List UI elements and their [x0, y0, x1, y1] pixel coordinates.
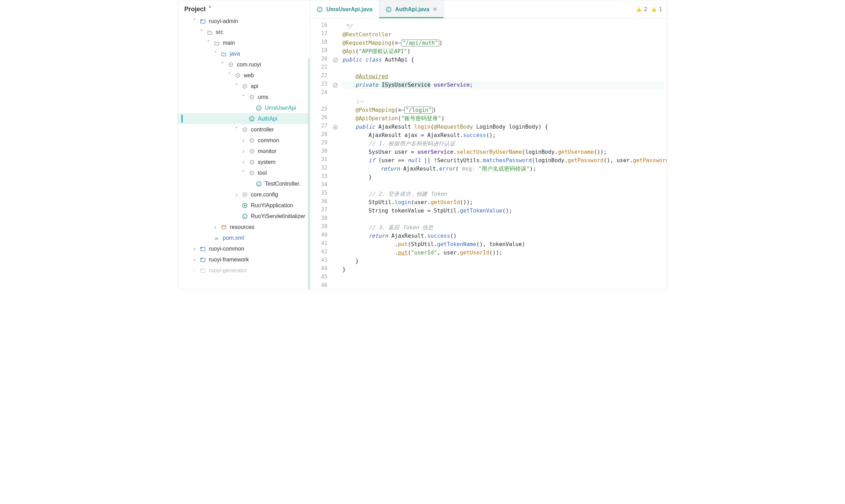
chevron-right-icon[interactable]: ›: [192, 243, 197, 254]
tree-row[interactable]: ›resources: [178, 222, 310, 232]
code-editor[interactable]: */@RestController@RequestMapping(⊕⋯"/api…: [340, 19, 667, 289]
tree-row[interactable]: ˅tool: [178, 167, 310, 178]
code-line[interactable]: String tokenValue = StpUtil.getTokenValu…: [342, 207, 664, 215]
line-number[interactable]: 30: [310, 148, 327, 156]
code-line[interactable]: public AjaxResult login(@RequestBody Log…: [342, 123, 664, 131]
chevron-down-icon[interactable]: ˅: [206, 37, 211, 48]
code-line[interactable]: if (user == null || !SecurityUtils.match…: [342, 156, 664, 165]
chevron-down-icon[interactable]: ˅: [241, 167, 246, 178]
code-line[interactable]: @Api("APP授权认证API"): [342, 47, 664, 56]
tree-row[interactable]: mpom.xml: [178, 232, 310, 243]
tree-row[interactable]: CRuoYiServletInitializer: [178, 211, 310, 222]
code-line[interactable]: private ISysUserService userService;: [342, 81, 664, 89]
tree-row[interactable]: ›system: [178, 157, 310, 167]
code-line[interactable]: @RestController: [342, 30, 664, 39]
line-number[interactable]: 32: [310, 165, 327, 173]
tree-row[interactable]: ˅main: [178, 37, 310, 48]
tree-row[interactable]: ˅com.ruoyi: [178, 59, 310, 70]
chevron-down-icon[interactable]: ˅: [234, 81, 239, 92]
code-line[interactable]: }: [342, 173, 664, 181]
line-number[interactable]: 27: [310, 123, 327, 131]
project-header[interactable]: Project ˅: [178, 0, 310, 16]
code-line[interactable]: [342, 274, 664, 282]
code-line[interactable]: StpUtil.login(user.getUserId());: [342, 198, 664, 207]
chevron-down-icon[interactable]: ˅: [199, 27, 204, 37]
code-line[interactable]: // 1. 根据用户名和密码进行认证: [342, 139, 664, 148]
code-line[interactable]: SysUser user = userService.selectUserByU…: [342, 148, 664, 156]
line-number[interactable]: 41: [310, 240, 327, 249]
no-entry-gutter-icon[interactable]: [331, 56, 340, 64]
tree-row[interactable]: ˅controller: [178, 124, 310, 135]
line-number[interactable]: 25: [310, 106, 327, 114]
code-line[interactable]: [342, 282, 664, 289]
code-line[interactable]: */: [342, 22, 664, 30]
line-number[interactable]: 46: [310, 282, 327, 289]
code-line[interactable]: @Autowired: [342, 72, 664, 81]
line-number[interactable]: 23: [310, 81, 327, 89]
code-line[interactable]: [342, 215, 664, 223]
code-line[interactable]: [342, 89, 664, 98]
tree-row[interactable]: ˅web: [178, 70, 310, 81]
tree-row[interactable]: ˅api: [178, 81, 310, 92]
line-number[interactable]: 43: [310, 257, 327, 265]
line-number[interactable]: 17: [310, 30, 327, 39]
line-number[interactable]: 44: [310, 265, 327, 274]
tab-authapi[interactable]: C AuthApi.java ✕: [379, 0, 444, 18]
chevron-down-icon[interactable]: ˅: [227, 70, 232, 81]
code-line[interactable]: AjaxResult ajax = AjaxResult.success();: [342, 131, 664, 139]
code-line[interactable]: public class AuthApi {: [342, 56, 664, 64]
tree-row[interactable]: ˅ums: [178, 92, 310, 102]
tree-row[interactable]: ›core.config: [178, 189, 310, 200]
code-line[interactable]: @RequestMapping(⊕⋯"/api/auth"): [342, 39, 664, 47]
line-number[interactable]: 34: [310, 181, 327, 190]
tab-umsuserapi[interactable]: C UmsUserApi.java: [310, 0, 379, 18]
line-number[interactable]: 16: [310, 22, 327, 30]
chevron-right-icon[interactable]: ›: [241, 146, 246, 157]
chevron-down-icon[interactable]: ˅: [234, 124, 239, 135]
line-number[interactable]: 26: [310, 114, 327, 123]
close-icon[interactable]: ✕: [433, 6, 437, 13]
line-number[interactable]: 24: [310, 89, 327, 98]
line-number[interactable]: 33: [310, 173, 327, 181]
line-number[interactable]: 28: [310, 131, 327, 139]
code-line[interactable]: // 2. 登录成功，创建 Token: [342, 190, 664, 198]
project-tree[interactable]: ˅ruoyi-admin˅src˅main˅java˅com.ruoyi˅web…: [178, 16, 310, 289]
tree-row[interactable]: ˅java: [178, 48, 310, 59]
line-number-gutter[interactable]: 1617181920212223242526272829303132333435…: [310, 19, 331, 289]
chevron-right-icon[interactable]: ›: [192, 254, 197, 265]
line-number[interactable]: 18: [310, 39, 327, 47]
code-line[interactable]: @PostMapping(⊕⋯"/login"): [342, 106, 664, 114]
code-line[interactable]: [342, 64, 664, 72]
code-line[interactable]: return AjaxResult.success(): [342, 232, 664, 240]
line-number[interactable]: 29: [310, 139, 327, 148]
line-number[interactable]: 37: [310, 207, 327, 215]
line-number[interactable]: [310, 98, 327, 106]
code-line[interactable]: ⤹⋯: [342, 98, 664, 106]
line-number[interactable]: 19: [310, 47, 327, 56]
chevron-down-icon[interactable]: ˅: [241, 92, 246, 102]
line-number[interactable]: 45: [310, 274, 327, 282]
line-number[interactable]: 20: [310, 56, 327, 64]
code-line[interactable]: // 3. 返回 Token 信息: [342, 223, 664, 232]
tree-row[interactable]: ›ruoyi-generator: [178, 265, 310, 276]
code-line[interactable]: .put("userId", user.getUserId());: [342, 249, 664, 257]
chevron-right-icon[interactable]: ›: [213, 222, 218, 232]
line-number[interactable]: 21: [310, 64, 327, 72]
tree-row[interactable]: ˅ruoyi-admin: [178, 16, 310, 27]
code-line[interactable]: return AjaxResult.error( msg: "用户名或密码错误"…: [342, 165, 664, 173]
line-number[interactable]: 36: [310, 198, 327, 207]
tree-row[interactable]: ˅src: [178, 27, 310, 37]
chevron-right-icon[interactable]: ›: [241, 157, 246, 167]
line-number[interactable]: 40: [310, 232, 327, 240]
tree-row[interactable]: ›common: [178, 135, 310, 146]
tree-row[interactable]: ›ruoyi-common: [178, 243, 310, 254]
code-line[interactable]: }: [342, 265, 664, 274]
chevron-down-icon[interactable]: ˅: [220, 59, 225, 70]
chevron-down-icon[interactable]: ˅: [192, 16, 197, 27]
tree-row[interactable]: CTestController.: [178, 178, 310, 189]
line-number[interactable]: 22: [310, 72, 327, 81]
inspections-summary[interactable]: 2 1: [631, 0, 667, 18]
code-line[interactable]: .put(StpUtil.getTokenName(), tokenValue): [342, 240, 664, 249]
chevron-right-icon[interactable]: ›: [241, 135, 246, 146]
code-line[interactable]: @ApiOperation("账号密码登录"): [342, 114, 664, 123]
